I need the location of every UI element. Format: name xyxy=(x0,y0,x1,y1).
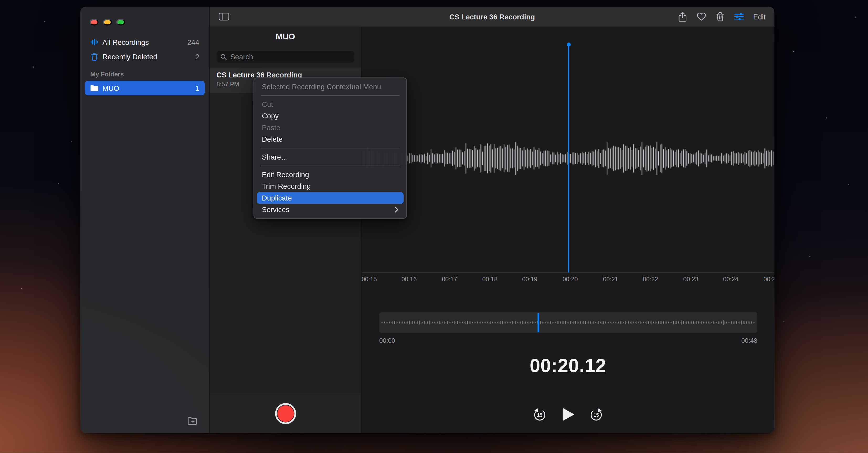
folder-header: MUO xyxy=(210,31,361,41)
timeline-ruler: 00:15 00:16 00:17 00:18 00:19 00:20 00:2… xyxy=(362,276,775,284)
sidebar-section-label: My Folders xyxy=(90,71,199,78)
menu-item-edit-recording[interactable]: Edit Recording xyxy=(257,169,404,180)
timeline-label: 00:20 xyxy=(563,276,578,282)
menu-item-paste: Paste xyxy=(257,122,404,133)
play-button[interactable] xyxy=(561,407,575,422)
scrubber-start-time: 00:00 xyxy=(379,337,395,344)
submenu-chevron-icon xyxy=(395,207,399,213)
mini-waveform-canvas xyxy=(379,312,757,333)
close-button[interactable] xyxy=(90,19,99,26)
menu-item-label: Services xyxy=(262,204,289,215)
menu-item-delete[interactable]: Delete xyxy=(257,133,404,145)
sidebar-item-label: MUO xyxy=(102,84,119,92)
skip-back-15-icon: 15 xyxy=(533,407,547,422)
new-folder-button[interactable] xyxy=(187,416,199,428)
play-icon xyxy=(561,407,575,422)
timeline-label: 00:16 xyxy=(401,276,417,282)
timeline-label: 00:19 xyxy=(522,276,537,282)
context-menu-title: Selected Recording Contextual Menu xyxy=(257,81,404,92)
playhead[interactable] xyxy=(568,44,569,272)
folder-icon xyxy=(90,85,102,91)
sidebar-item-count: 244 xyxy=(187,38,199,47)
skip-back-button[interactable]: 15 xyxy=(533,407,547,422)
overview-scrubber[interactable] xyxy=(379,312,757,333)
favorite-button[interactable] xyxy=(696,12,706,21)
transport-controls: 15 15 xyxy=(362,407,775,422)
sidebar-toggle-button[interactable] xyxy=(218,11,230,22)
sidebar-toggle-icon xyxy=(219,13,229,21)
ruler-divider xyxy=(362,272,775,273)
sidebar: All Recordings 244 Recently Deleted 2 My… xyxy=(80,6,210,433)
timeline-label: 00:15 xyxy=(362,276,377,282)
sidebar-item-label: Recently Deleted xyxy=(102,52,157,61)
delete-button[interactable] xyxy=(716,11,724,22)
zoom-button[interactable] xyxy=(116,19,125,26)
waveform-icon xyxy=(90,39,102,46)
record-button[interactable] xyxy=(275,403,296,424)
scrubber-times: 00:00 00:48 xyxy=(379,337,757,344)
star-field xyxy=(0,0,1,1)
menu-item-duplicate[interactable]: Duplicate xyxy=(257,192,404,204)
search-icon xyxy=(220,54,227,60)
record-strip xyxy=(210,394,361,433)
sidebar-item-count: 2 xyxy=(195,52,199,61)
skip-forward-15-icon: 15 xyxy=(589,407,603,422)
timeline-label: 00:23 xyxy=(683,276,699,282)
record-icon xyxy=(277,405,293,422)
heart-icon xyxy=(696,12,706,21)
sidebar-item-count: 1 xyxy=(195,84,199,92)
timeline-label: 00:18 xyxy=(482,276,497,282)
menu-item-services[interactable]: Services xyxy=(257,204,404,215)
svg-text:15: 15 xyxy=(593,412,599,418)
menu-separator xyxy=(261,95,400,96)
context-menu: Selected Recording Contextual Menu Cut C… xyxy=(253,78,407,219)
timeline-label: 00:24 xyxy=(723,276,738,282)
timeline-label: 00:25 xyxy=(764,276,775,282)
timeline-label: 00:21 xyxy=(603,276,618,282)
menu-separator xyxy=(261,165,400,166)
toolbar-actions: Edit xyxy=(678,11,775,22)
timeline-label: 00:17 xyxy=(442,276,457,282)
menu-item-cut: Cut xyxy=(257,99,404,110)
sidebar-item-recently-deleted[interactable]: Recently Deleted 2 xyxy=(85,49,205,64)
scrubber-playhead[interactable] xyxy=(538,313,539,332)
scrubber-end-time: 00:48 xyxy=(741,337,757,344)
search-field[interactable] xyxy=(216,51,354,62)
window-body: CS Lecture 36 Recording Edit xyxy=(210,6,775,433)
share-icon xyxy=(678,11,687,22)
minimize-button[interactable] xyxy=(103,19,112,26)
sidebar-item-label: All Recordings xyxy=(102,38,149,47)
voice-memos-window: All Recordings 244 Recently Deleted 2 My… xyxy=(80,6,775,433)
menu-item-share[interactable]: Share… xyxy=(257,151,404,163)
traffic-lights xyxy=(80,6,209,26)
menu-separator xyxy=(261,148,400,148)
menu-item-trim-recording[interactable]: Trim Recording xyxy=(257,181,404,192)
skip-forward-button[interactable]: 15 xyxy=(589,407,603,422)
edit-button[interactable]: Edit xyxy=(753,12,766,21)
player-pane: 00:15 00:16 00:17 00:18 00:19 00:20 00:2… xyxy=(362,27,775,433)
playback-settings-icon xyxy=(734,13,744,21)
sidebar-item-all-recordings[interactable]: All Recordings 244 xyxy=(85,35,205,49)
sidebar-list: All Recordings 244 Recently Deleted 2 xyxy=(80,35,209,64)
search-input[interactable] xyxy=(229,52,350,61)
new-folder-icon xyxy=(188,417,198,425)
share-button[interactable] xyxy=(678,11,687,22)
trash-icon xyxy=(716,11,724,22)
timeline-label: 00:22 xyxy=(643,276,658,282)
titlebar: CS Lecture 36 Recording Edit xyxy=(210,6,775,27)
sidebar-item-folder-muo[interactable]: MUO 1 xyxy=(85,81,205,95)
desktop: All Recordings 244 Recently Deleted 2 My… xyxy=(0,0,868,453)
svg-text:15: 15 xyxy=(537,412,542,418)
playback-settings-button[interactable] xyxy=(734,13,744,21)
trash-icon xyxy=(90,52,102,61)
current-time-display: 00:20.12 xyxy=(362,355,775,376)
menu-item-copy[interactable]: Copy xyxy=(257,110,404,122)
